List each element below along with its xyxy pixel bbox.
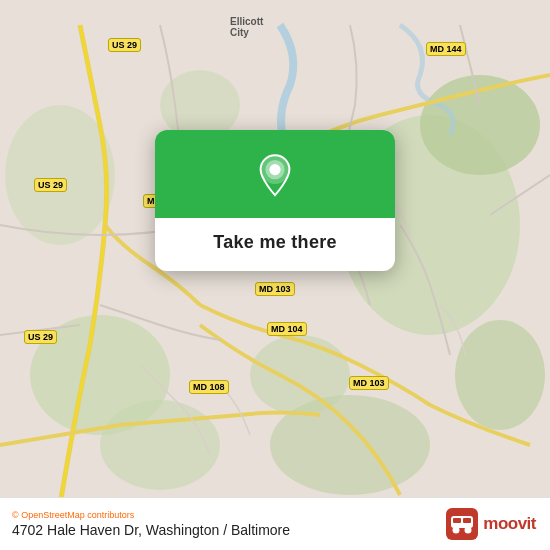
road-label-md104: MD 104 <box>267 322 307 336</box>
take-me-there-button[interactable]: Take me there <box>213 232 337 253</box>
map-container: US 29 US 29 US 29 MD 144 MD 103 MD 103 M… <box>0 0 550 550</box>
svg-point-6 <box>100 400 220 490</box>
road-label-md103-bot: MD 103 <box>349 376 389 390</box>
road-label-md144: MD 144 <box>426 42 466 56</box>
map-attribution: © OpenStreetMap contributors <box>12 510 290 520</box>
road-label-md103-top: MD 103 <box>255 282 295 296</box>
address-container: © OpenStreetMap contributors 4702 Hale H… <box>12 510 290 538</box>
road-label-us29-top: US 29 <box>108 38 141 52</box>
popup-body: Take me there <box>155 218 395 271</box>
map-background <box>0 0 550 550</box>
svg-rect-18 <box>463 518 471 523</box>
popup-card: Take me there <box>155 130 395 271</box>
road-label-us29-bot: US 29 <box>24 330 57 344</box>
road-label-us29-mid: US 29 <box>34 178 67 192</box>
svg-point-12 <box>269 164 280 175</box>
location-pin-icon <box>251 152 299 200</box>
svg-point-8 <box>455 320 545 430</box>
moovit-icon-svg <box>446 508 478 540</box>
svg-rect-17 <box>453 518 461 523</box>
svg-point-7 <box>250 335 350 415</box>
road-label-md108: MD 108 <box>189 380 229 394</box>
popup-header <box>155 130 395 218</box>
address-text: 4702 Hale Haven Dr, Washington / Baltimo… <box>12 522 290 538</box>
moovit-logo: moovit <box>446 508 536 540</box>
moovit-brand-name: moovit <box>483 514 536 534</box>
bottom-bar: © OpenStreetMap contributors 4702 Hale H… <box>0 497 550 550</box>
